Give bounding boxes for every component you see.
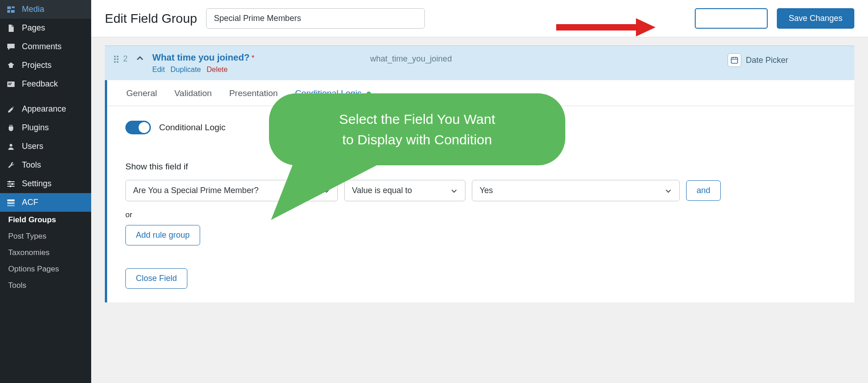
svg-rect-10 (7, 199, 15, 201)
field-label[interactable]: What time you joined? (152, 52, 249, 62)
date-picker-icon (728, 53, 741, 67)
sidebar-item-projects[interactable]: Projects (0, 56, 91, 75)
tab-presentation[interactable]: Presentation (228, 88, 279, 106)
sidebar-label: Comments (22, 42, 62, 51)
sidebar-label: Users (22, 142, 43, 151)
chevron-down-icon (665, 187, 672, 194)
tab-label: Conditional Logic (295, 88, 362, 98)
sidebar-label: Feedback (22, 79, 58, 89)
svg-point-18 (117, 61, 119, 63)
hidden-action-button[interactable]: Button (695, 8, 768, 29)
field-order-number: 2 (123, 54, 128, 64)
tab-validation[interactable]: Validation (174, 88, 213, 106)
svg-point-9 (10, 185, 11, 187)
sidebar-label: Settings (22, 179, 52, 189)
close-field-button[interactable]: Close Field (125, 268, 187, 289)
rule-row: Are You a Special Prime Member? Value is… (125, 180, 836, 201)
select-value: Value is equal to (352, 186, 412, 195)
tab-conditional-logic[interactable]: Conditional Logic (294, 88, 372, 106)
row-actions: Edit Duplicate Delete (152, 66, 362, 74)
select-value: Yes (480, 186, 493, 195)
feedback-icon (5, 80, 16, 89)
svg-point-17 (114, 61, 116, 63)
svg-point-3 (10, 144, 12, 147)
collapse-icon[interactable] (136, 54, 144, 62)
add-rule-group-button[interactable]: Add rule group (125, 225, 200, 245)
sidebar-item-feedback[interactable]: Feedback (0, 75, 91, 93)
rule-operator-select[interactable]: Value is equal to (344, 180, 465, 201)
svg-point-16 (117, 58, 119, 60)
svg-rect-12 (7, 205, 15, 206)
svg-rect-5 (7, 184, 15, 184)
acf-icon (5, 198, 16, 207)
field-group-title-input[interactable] (206, 8, 425, 29)
drag-handle-icon[interactable]: 2 (113, 54, 128, 64)
duplicate-link[interactable]: Duplicate (170, 66, 201, 73)
sidebar-sub-tools[interactable]: Tools (0, 277, 91, 294)
select-value: Are You a Special Prime Member? (133, 186, 258, 195)
tab-general[interactable]: General (125, 88, 158, 106)
svg-point-13 (114, 56, 116, 57)
sidebar-item-users[interactable]: Users (0, 137, 91, 156)
sidebar-label: Media (22, 5, 44, 14)
tools-icon (5, 161, 16, 170)
or-label: or (125, 210, 836, 220)
appearance-icon (5, 105, 16, 114)
sidebar-item-settings[interactable]: Settings (0, 174, 91, 193)
chevron-down-icon (450, 187, 458, 194)
page-header: Edit Field Group Button Save Changes (91, 0, 868, 37)
sidebar-sub-field-groups[interactable]: Field Groups (0, 212, 91, 228)
rule-heading: Show this field if (125, 162, 836, 172)
media-icon (5, 5, 16, 14)
pages-icon (5, 24, 16, 33)
admin-sidebar: Media Pages Comments Projects Feedback A… (0, 0, 91, 383)
plugins-icon (5, 123, 16, 133)
sidebar-sub-options-pages[interactable]: Options Pages (0, 261, 91, 277)
sidebar-item-tools[interactable]: Tools (0, 156, 91, 174)
svg-point-15 (114, 58, 116, 60)
page-title: Edit Field Group (105, 11, 197, 26)
projects-icon (5, 61, 16, 70)
sidebar-item-appearance[interactable]: Appearance (0, 100, 91, 118)
save-changes-button[interactable]: Save Changes (777, 8, 854, 29)
svg-rect-2 (8, 84, 11, 85)
add-and-rule-button[interactable]: and (686, 180, 721, 201)
sidebar-item-comments[interactable]: Comments (0, 37, 91, 56)
sidebar-label: Tools (22, 160, 41, 170)
main-content: Edit Field Group Button Save Changes 2 W… (91, 0, 868, 383)
comments-icon (5, 42, 16, 51)
settings-icon (5, 179, 16, 189)
field-name: what_time_you_joined (370, 54, 719, 64)
chevron-down-icon (323, 187, 330, 194)
toggle-label: Conditional Logic (159, 123, 226, 133)
sidebar-label: Appearance (22, 104, 66, 114)
users-icon (5, 142, 16, 151)
active-indicator-icon (367, 92, 371, 96)
rule-value-select[interactable]: Yes (472, 180, 680, 201)
svg-rect-1 (8, 83, 12, 84)
sidebar-sub-taxonomies[interactable]: Taxonomies (0, 245, 91, 261)
sidebar-item-pages[interactable]: Pages (0, 19, 91, 37)
field-settings-panel: General Validation Presentation Conditio… (105, 80, 854, 302)
rule-field-select[interactable]: Are You a Special Prime Member? (125, 180, 338, 201)
sidebar-label: ACF (22, 198, 38, 207)
sidebar-label: Projects (22, 61, 52, 70)
sidebar-item-media[interactable]: Media (0, 0, 91, 19)
sidebar-sub-post-types[interactable]: Post Types (0, 228, 91, 245)
required-star-icon: * (252, 54, 254, 62)
svg-point-7 (9, 181, 10, 183)
field-type: Date Picker (746, 56, 788, 65)
sidebar-label: Plugins (22, 123, 49, 133)
svg-point-14 (117, 56, 119, 57)
delete-link[interactable]: Delete (207, 66, 227, 73)
conditional-logic-toggle[interactable] (125, 121, 151, 134)
svg-point-8 (11, 183, 13, 185)
tabs: General Validation Presentation Conditio… (107, 80, 854, 106)
field-row: 2 What time you joined? * Edit Duplicate… (105, 46, 854, 80)
sidebar-label: Pages (22, 23, 45, 33)
sidebar-item-plugins[interactable]: Plugins (0, 118, 91, 137)
sidebar-item-acf[interactable]: ACF (0, 193, 91, 212)
svg-rect-11 (7, 202, 15, 204)
edit-link[interactable]: Edit (152, 66, 165, 73)
svg-rect-19 (731, 57, 738, 63)
